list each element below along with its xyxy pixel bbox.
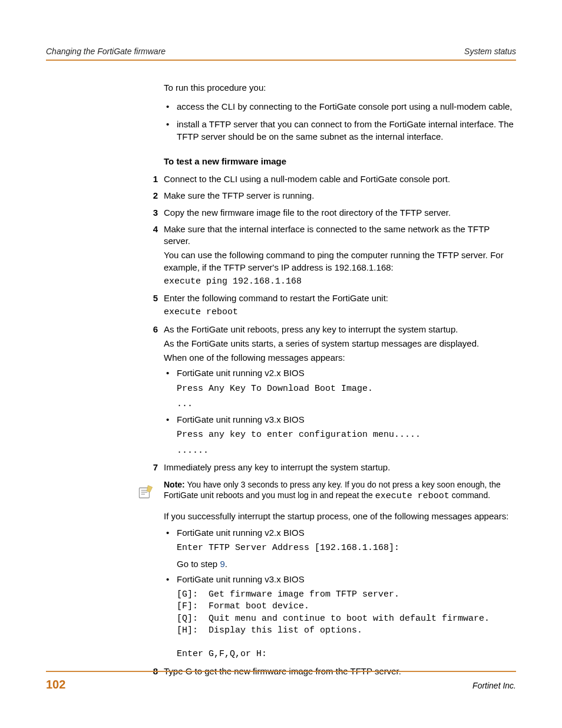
step-text: Immediately press any key to interrupt t…: [164, 462, 516, 473]
code-line: execute reboot: [164, 307, 516, 318]
sub-bullets: FortiGate unit running v3.x BIOS: [164, 414, 516, 426]
sub-bullets: FortiGate unit running v2.x BIOS: [164, 527, 516, 539]
code-block: [G]: Get firmware image from TFTP server…: [177, 589, 516, 661]
code-line: ...: [177, 398, 516, 410]
step-number: 3: [140, 207, 158, 219]
sub-bullet: FortiGate unit running v3.x BIOS: [164, 414, 516, 426]
sub-bullet: FortiGate unit running v2.x BIOS: [164, 527, 516, 539]
footer-company: Fortinet Inc.: [472, 680, 516, 691]
step-text: Make sure the TFTP server is running.: [164, 190, 516, 202]
goto-text: .: [225, 559, 227, 569]
note-icon: [135, 482, 156, 502]
steps-list: 1 Connect to the CLI using a null-modem …: [164, 173, 516, 473]
sub-bullet: FortiGate unit running v2.x BIOS: [164, 367, 516, 379]
footer-rule: [46, 671, 516, 672]
body-content: To run this procedure you: access the CL…: [164, 82, 516, 677]
step-6: 6 As the FortiGate unit reboots, press a…: [140, 324, 516, 457]
intro-bullet: access the CLI by connecting to the Fort…: [164, 101, 516, 113]
post-note-lead: If you successfully interrupt the startu…: [164, 510, 516, 522]
step-text: When one of the following messages appea…: [164, 352, 516, 364]
note-bold: Note:: [164, 480, 185, 489]
note-code: execute reboot: [375, 491, 449, 501]
code-line: Enter TFTP Server Address [192.168.1.168…: [177, 542, 516, 554]
step-text: Make sure that the internal interface is…: [164, 223, 516, 248]
step-number: 4: [140, 223, 158, 235]
note-span: command.: [449, 490, 490, 500]
sub-bullet: FortiGate unit running v3.x BIOS: [164, 574, 516, 585]
step-number: 5: [140, 292, 158, 304]
goto-step: Go to step 9.: [177, 558, 516, 570]
code-line: execute ping 192.168.1.168: [164, 276, 516, 288]
step-1: 1 Connect to the CLI using a null-modem …: [140, 173, 516, 185]
step-number: 7: [140, 462, 158, 473]
step-text: Enter the following command to restart t…: [164, 292, 516, 304]
sub-bullets: FortiGate unit running v3.x BIOS: [164, 574, 516, 585]
step-7: 7 Immediately press any key to interrupt…: [140, 462, 516, 473]
step-text: Connect to the CLI using a null-modem ca…: [164, 173, 516, 185]
header-left: Changing the FortiGate firmware: [46, 46, 166, 57]
step-number: 1: [140, 173, 158, 185]
step-2: 2 Make sure the TFTP server is running.: [140, 190, 516, 202]
running-header: Changing the FortiGate firmware System s…: [46, 46, 516, 60]
step-text: You can use the following command to pin…: [164, 249, 516, 274]
section-title: To test a new firmware image: [164, 156, 516, 167]
step-text: As the FortiGate units starts, a series …: [164, 338, 516, 350]
step-number: 6: [140, 324, 158, 335]
step-number: 2: [140, 190, 158, 202]
code-line: Press Any Key To Download Boot Image.: [177, 383, 516, 395]
intro-bullets: access the CLI by connecting to the Fort…: [164, 101, 516, 143]
note-block: Note: You have only 3 seconds to press a…: [135, 479, 516, 502]
code-line: ......: [177, 445, 516, 457]
note-text: Note: You have only 3 seconds to press a…: [164, 479, 516, 502]
step-5: 5 Enter the following command to restart…: [140, 292, 516, 319]
header-right: System status: [464, 46, 516, 57]
header-rule: [46, 60, 516, 61]
page: Changing the FortiGate firmware System s…: [0, 0, 562, 728]
code-line: Press any key to enter configuration men…: [177, 429, 516, 441]
footer: 102 Fortinet Inc.: [46, 671, 516, 693]
goto-link-9[interactable]: 9: [220, 559, 224, 569]
step-4: 4 Make sure that the internal interface …: [140, 223, 516, 288]
intro-bullet: install a TFTP server that you can conne…: [164, 118, 516, 143]
step-text: As the FortiGate unit reboots, press any…: [164, 324, 516, 335]
step-text: Copy the new firmware image file to the …: [164, 207, 516, 219]
sub-bullets: FortiGate unit running v2.x BIOS: [164, 367, 516, 379]
goto-text: Go to step: [177, 559, 220, 569]
intro-lead: To run this procedure you:: [164, 82, 516, 94]
step-3: 3 Copy the new firmware image file to th…: [140, 207, 516, 219]
page-number: 102: [46, 677, 65, 693]
